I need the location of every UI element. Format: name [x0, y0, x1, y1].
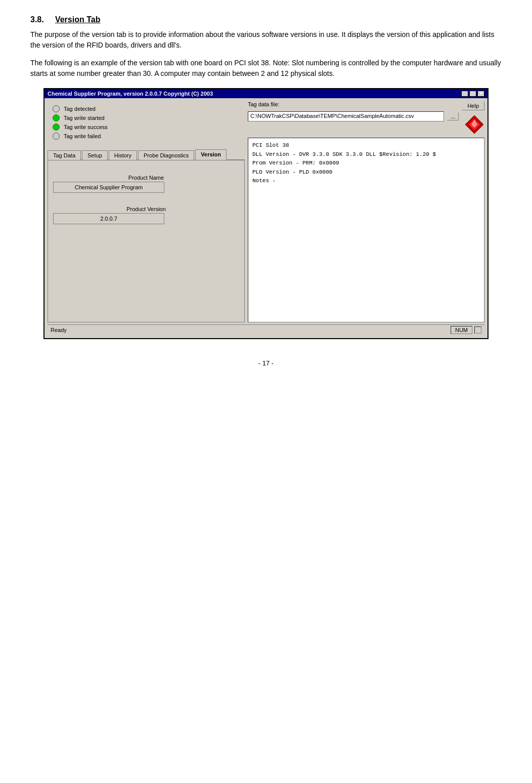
- indicator-tag-write-failed: [53, 133, 60, 140]
- paragraph-2: The following is an example of the versi…: [30, 58, 502, 79]
- status-bar: Ready NUM: [48, 324, 484, 335]
- maximize-button[interactable]: □: [469, 91, 476, 97]
- section-title: Version Tab: [55, 15, 101, 24]
- version-line-5: Notes -: [252, 177, 480, 186]
- section-heading: 3.8. Version Tab: [30, 15, 502, 24]
- version-line-4: PLD Version - PLD 0x0000: [252, 168, 480, 177]
- status-row-write-success: Tag write success: [53, 123, 240, 131]
- tab-history[interactable]: History: [109, 150, 137, 160]
- title-bar-text: Chemical Supplier Program, version 2.0.0…: [48, 91, 213, 97]
- section-number: 3.8.: [30, 15, 44, 24]
- version-line-1: PCI Slot 38: [252, 141, 480, 150]
- title-bar: Chemical Supplier Program, version 2.0.0…: [45, 89, 487, 98]
- tabs-row: Tag Data Setup History Probe Diagnostics…: [48, 149, 245, 160]
- main-layout: Tag detected Tag write started Tag write…: [48, 101, 484, 322]
- tab-tag-data[interactable]: Tag Data: [48, 150, 81, 160]
- label-tag-write-started: Tag write started: [64, 115, 105, 121]
- version-info-box: PCI Slot 38 DLL Version - DVR 3.3.0 SDK …: [248, 138, 484, 322]
- status-indicator-box: [474, 326, 481, 334]
- status-row-write-started: Tag write started: [53, 114, 240, 121]
- version-line-3: Prom Version - PRM: 0x0009: [252, 159, 480, 168]
- indicator-tag-detected: [53, 105, 60, 112]
- indicator-tag-write-success: [53, 123, 60, 131]
- file-label: Tag data file:: [248, 101, 279, 107]
- version-line-2: DLL Version - DVR 3.3.0 SDK 3.3.0 DLL $R…: [252, 150, 480, 159]
- file-path-input[interactable]: C:\NOWTrakCSP\Database\TEMP\ChemicalSamp…: [248, 111, 444, 121]
- label-tag-write-success: Tag write success: [64, 124, 108, 130]
- product-name-label: Product Name: [53, 175, 239, 181]
- status-row-detected: Tag detected: [53, 105, 240, 112]
- close-button[interactable]: ✕: [477, 91, 484, 97]
- help-button[interactable]: Help: [462, 101, 484, 110]
- tab-probe-diagnostics[interactable]: Probe Diagnostics: [138, 150, 194, 160]
- top-right: Help: [462, 101, 484, 135]
- label-tag-write-failed: Tag write failed: [64, 133, 101, 139]
- indicator-tag-write-started: [53, 114, 60, 121]
- tab-version[interactable]: Version: [195, 149, 227, 160]
- minimize-button[interactable]: _: [461, 91, 468, 97]
- product-info-area: Product Name Chemical Supplier Program P…: [48, 160, 245, 322]
- tab-setup[interactable]: Setup: [82, 150, 108, 160]
- page-number: - 17 -: [30, 359, 502, 367]
- product-name-section: Product Name Chemical Supplier Program: [53, 175, 239, 193]
- status-num: NUM: [451, 326, 472, 334]
- label-tag-detected: Tag detected: [64, 106, 96, 112]
- product-version-section: Product Version 2.0.0.7: [53, 206, 239, 224]
- product-name-value: Chemical Supplier Program: [53, 182, 164, 193]
- product-version-label: Product Version: [53, 206, 239, 212]
- product-version-value: 2.0.0.7: [53, 213, 164, 224]
- status-row-write-failed: Tag write failed: [53, 133, 240, 140]
- app-window: Chemical Supplier Program, version 2.0.0…: [43, 88, 489, 339]
- status-ready: Ready: [51, 327, 67, 333]
- file-path-row: C:\NOWTrakCSP\Database\TEMP\ChemicalSamp…: [248, 111, 459, 121]
- logo-icon: [464, 114, 484, 135]
- browse-button[interactable]: ...: [447, 112, 459, 120]
- title-bar-controls: _ □ ✕: [461, 91, 484, 97]
- paragraph-1: The purpose of the version tab is to pro…: [30, 29, 502, 51]
- window-body: Tag detected Tag write started Tag write…: [45, 98, 487, 338]
- file-row: Tag data file:: [248, 101, 459, 107]
- right-panel: Tag data file: C:\NOWTrakCSP\Database\TE…: [248, 101, 484, 322]
- status-indicators: Tag detected Tag write started Tag write…: [48, 101, 245, 146]
- left-panel: Tag detected Tag write started Tag write…: [48, 101, 245, 322]
